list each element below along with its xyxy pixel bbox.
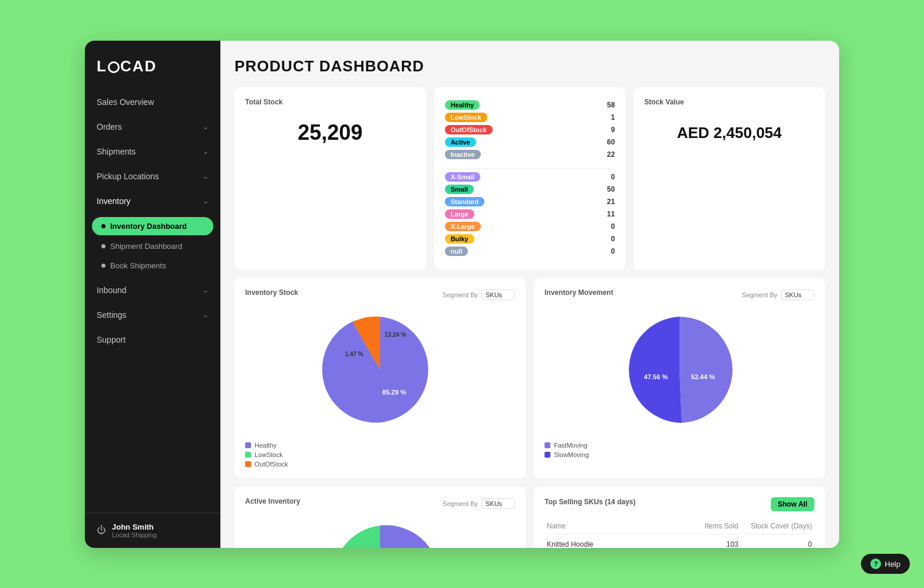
badge-bulky: Bulky: [445, 234, 474, 244]
sidebar-nav: Sales Overview Orders ⌄ Shipments ⌄ Pick…: [85, 90, 220, 513]
bottom-row: Active Inventory Segment By SKUs: [235, 487, 825, 548]
sidebar-item-shipments[interactable]: Shipments ⌄: [85, 139, 220, 164]
inventory-movement-card: Inventory Movement Segment By SKUs: [534, 278, 825, 478]
badge-row-outofstock: OutOfStock 9: [445, 125, 615, 134]
segment-select-active[interactable]: SKUs: [481, 498, 515, 509]
badge-lowstock: LowStock: [445, 113, 487, 122]
pie-wrap-movement: 52.44 % 47.56 %: [621, 311, 738, 431]
pie-wrap-active: 73.17 % 26.83 %: [321, 520, 439, 548]
sidebar-item-settings[interactable]: Settings ⌄: [85, 303, 220, 327]
badge-standard: Standard: [445, 197, 485, 206]
badge-row-xlarge: X-Large 0: [445, 222, 615, 231]
total-stock-card: Total Stock 25,209: [235, 87, 426, 270]
stock-value-amount: AED 2,450,054: [644, 124, 814, 142]
legend-slowmoving: SlowMoving: [544, 451, 814, 458]
badge-xsmall: X-Small: [445, 172, 480, 182]
sidebar-item-inventory[interactable]: Inventory ⌄: [85, 189, 220, 213]
sidebar-item-support[interactable]: Support: [85, 327, 220, 352]
col-stock-cover: Stock Cover (Days): [741, 518, 814, 534]
sidebar-item-pickup-locations[interactable]: Pickup Locations ⌄: [85, 164, 220, 189]
badge-count-xlarge: 0: [611, 222, 615, 231]
badge-small: Small: [445, 185, 474, 194]
cell-cover: 0: [741, 534, 814, 548]
chevron-down-icon: ⌄: [203, 147, 209, 156]
total-stock-label: Total Stock: [245, 98, 415, 106]
badge-null: null: [445, 247, 468, 256]
chart-header-movement: Inventory Movement Segment By SKUs: [544, 288, 814, 301]
sidebar: LCAD Sales Overview Orders ⌄ Shipments ⌄…: [85, 41, 220, 548]
badge-active: Active: [445, 137, 476, 147]
dot-icon: [101, 264, 105, 268]
pie-legend-movement: FastMoving SlowMoving: [544, 442, 814, 458]
badge-row-null: null 0: [445, 247, 615, 256]
sidebar-item-inbound[interactable]: Inbound ⌄: [85, 278, 220, 303]
dot-icon: [101, 244, 105, 248]
top-selling-title: Top Selling SKUs (14 days): [544, 498, 635, 506]
segment-by-stock: Segment By SKUs: [443, 290, 515, 300]
inventory-stock-card: Inventory Stock Segment By SKUs: [235, 278, 526, 478]
help-button[interactable]: ? Help: [861, 554, 910, 574]
legend-dot-slowmoving: [544, 452, 550, 458]
badge-row-lowstock: LowStock 1: [445, 113, 615, 122]
chevron-down-icon: ⌄: [203, 197, 209, 205]
active-inventory-pie: 73.17 % 26.83 %: [245, 514, 515, 548]
segment-select-movement[interactable]: SKUs: [781, 290, 814, 300]
badge-count-xsmall: 0: [611, 173, 615, 181]
pie-svg-stock: [321, 311, 439, 429]
logo-area: LCAD: [85, 41, 220, 90]
sidebar-item-inventory-dashboard[interactable]: Inventory Dashboard: [92, 217, 213, 235]
table-head: Name Items Sold Stock Cover (Days): [544, 518, 814, 534]
help-circle-icon: ?: [870, 559, 881, 569]
legend-fastmoving: FastMoving: [544, 442, 814, 449]
table-row: Knitted Hoodie 103 0: [544, 534, 814, 548]
inventory-movement-title: Inventory Movement: [544, 288, 613, 297]
legend-dot-lowstock: [245, 452, 251, 458]
top-selling-card: Top Selling SKUs (14 days) Show All Name…: [534, 487, 825, 548]
segment-select-stock[interactable]: SKUs: [481, 290, 515, 300]
top-row: Total Stock 25,209 Healthy 58 LowStock 1…: [235, 87, 825, 270]
badge-row-large: Large 11: [445, 209, 615, 219]
col-items-sold: Items Sold: [698, 518, 741, 534]
badge-count-standard: 21: [607, 198, 615, 206]
badge-count-bulky: 0: [611, 235, 615, 243]
legend-lowstock: LowStock: [245, 451, 515, 458]
stock-value-label: Stock Value: [644, 98, 814, 106]
pie-label-slowmoving: 47.56 %: [644, 373, 668, 380]
badge-count-large: 11: [607, 210, 615, 218]
badge-row-xsmall: X-Small 0: [445, 172, 615, 182]
legend-dot-outofstock: [245, 461, 251, 467]
legend-dot-healthy: [245, 442, 251, 448]
logo: LCAD: [97, 57, 209, 75]
top-selling-table: Name Items Sold Stock Cover (Days) Knitt…: [544, 518, 814, 548]
badge-row-inactive: Inactive 22: [445, 150, 615, 159]
badge-count-null: 0: [611, 247, 615, 255]
pie-legend-stock: Healthy LowStock OutOfStock: [245, 442, 515, 468]
chart-header-stock: Inventory Stock Segment By SKUs: [245, 288, 515, 301]
power-icon: ⏻: [97, 525, 106, 536]
legend-dot-fastmoving: [544, 442, 550, 448]
sidebar-item-book-shipments[interactable]: Book Shipments: [85, 256, 220, 275]
sidebar-item-sales-overview[interactable]: Sales Overview: [85, 90, 220, 114]
inventory-subnav: Inventory Dashboard Shipment Dashboard B…: [85, 213, 220, 278]
badge-count-small: 50: [607, 185, 615, 193]
inventory-stock-title: Inventory Stock: [245, 288, 298, 297]
badge-count-active: 60: [607, 138, 615, 146]
table-body: Knitted Hoodie 103 0 Oversized Crew Neck…: [544, 534, 814, 548]
sidebar-item-shipment-dashboard[interactable]: Shipment Dashboard: [85, 236, 220, 256]
chart-header-active: Active Inventory Segment By SKUs: [245, 497, 515, 510]
show-all-button[interactable]: Show All: [771, 497, 814, 511]
page-title: Product Dashboard: [235, 57, 825, 75]
badge-count-outofstock: 9: [611, 126, 615, 134]
badge-row-active: Active 60: [445, 137, 615, 147]
chevron-down-icon: ⌄: [203, 123, 209, 131]
badge-row-small: Small 50: [445, 185, 615, 194]
badge-count-inactive: 22: [607, 150, 615, 159]
badge-large: Large: [445, 209, 474, 219]
pie-label-outofstock: 13.24 %: [385, 331, 407, 338]
sidebar-item-orders[interactable]: Orders ⌄: [85, 114, 220, 139]
pie-svg-movement: [621, 311, 738, 429]
inventory-movement-pie: 52.44 % 47.56 %: [544, 305, 814, 437]
chevron-down-icon: ⌄: [203, 311, 209, 319]
pie-wrap-stock: 85.29 % 1.47 % 13.24 %: [321, 311, 439, 431]
pie-label-healthy: 85.29 %: [382, 389, 406, 396]
